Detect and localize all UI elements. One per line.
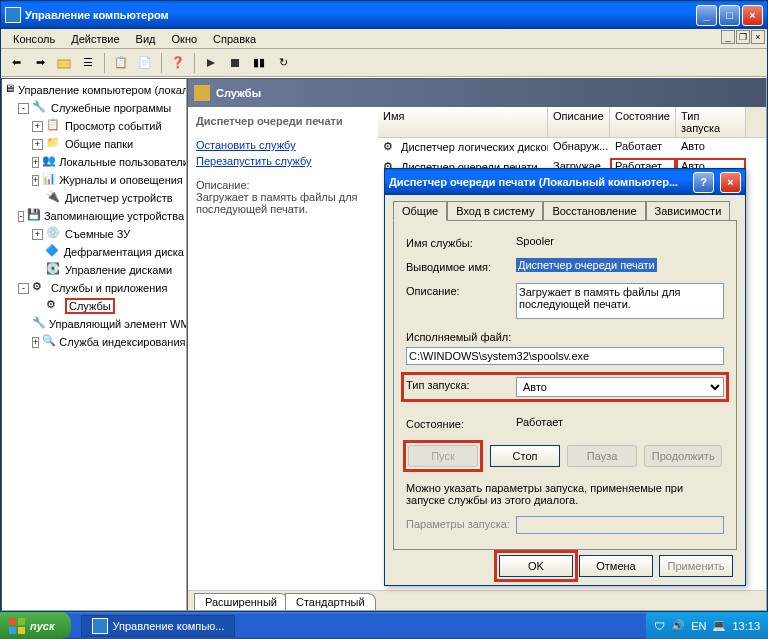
taskbar-item[interactable]: Управление компью... <box>81 615 236 637</box>
desc-textarea[interactable] <box>516 283 724 319</box>
system-tray[interactable]: 🛡 🔊 EN 💻 13:13 <box>646 612 768 639</box>
tree-disk-mgmt[interactable]: 💽Управление дисками <box>4 261 184 279</box>
mdi-minimize-button[interactable]: _ <box>721 30 735 44</box>
forward-button[interactable]: ➡ <box>29 52 51 74</box>
menu-console[interactable]: Консоль <box>5 31 63 47</box>
tree-services-apps[interactable]: -⚙Службы и приложения <box>4 279 184 297</box>
apply-button: Применить <box>659 555 733 577</box>
clock[interactable]: 13:13 <box>732 620 760 632</box>
titlebar[interactable]: Управление компьютером _ □ × <box>1 1 767 29</box>
maximize-button[interactable]: □ <box>719 5 740 26</box>
tab-dependencies[interactable]: Зависимости <box>646 201 731 220</box>
tree-event-viewer[interactable]: +📋Просмотр событий <box>4 117 184 135</box>
tree-defrag[interactable]: 🔷Дефрагментация диска <box>4 243 184 261</box>
minimize-button[interactable]: _ <box>696 5 717 26</box>
tree-storage[interactable]: -💾Запоминающие устройства <box>4 207 184 225</box>
tree-device-mgr[interactable]: 🔌Диспетчер устройств <box>4 189 184 207</box>
help-button[interactable]: ❓ <box>167 52 189 74</box>
svcname-label: Имя службы: <box>406 235 516 249</box>
mdi-close-button[interactable]: × <box>751 30 765 44</box>
tree-shared-folders[interactable]: +📁Общие папки <box>4 135 184 153</box>
params-input <box>516 516 724 534</box>
menubar: Консоль Действие Вид Окно Справка _ ❐ × <box>1 29 767 49</box>
dialog-close-button[interactable]: × <box>720 172 741 193</box>
desc-text: Загружает в память файлы для последующей… <box>196 191 370 215</box>
desc-label: Описание: <box>196 179 370 191</box>
toolbar: ⬅ ➡ ☰ 📋 📄 ❓ ▮▮ ↻ <box>1 49 767 77</box>
tree-local-users[interactable]: +👥Локальные пользователи <box>4 153 184 171</box>
taskbar: пуск Управление компью... 🛡 🔊 EN 💻 13:13 <box>0 612 768 639</box>
up-button[interactable] <box>53 52 75 74</box>
svg-rect-5 <box>9 627 16 634</box>
app-icon <box>92 618 108 634</box>
start-button: Пуск <box>408 445 478 467</box>
export-button[interactable]: 📋 <box>110 52 132 74</box>
stop-link[interactable]: Остановить службу <box>196 139 370 151</box>
gear-icon: ⚙ <box>383 140 399 156</box>
back-button[interactable]: ⬅ <box>5 52 27 74</box>
exe-input[interactable] <box>406 347 724 365</box>
restart-link[interactable]: Перезапустить службу <box>196 155 370 167</box>
app-icon <box>5 7 21 23</box>
col-name[interactable]: Имя <box>378 107 548 137</box>
tab-standard[interactable]: Стандартный <box>285 593 376 610</box>
svcname-value: Spooler <box>516 235 724 247</box>
mdi-restore-button[interactable]: ❐ <box>736 30 750 44</box>
start-button[interactable]: пуск <box>0 612 71 639</box>
tab-recovery[interactable]: Восстановление <box>543 201 645 220</box>
service-title: Диспетчер очереди печати <box>196 115 370 127</box>
starttype-label: Тип запуска: <box>406 377 516 391</box>
dialog-titlebar[interactable]: Диспетчер очереди печати (Локальный комп… <box>385 169 745 195</box>
tab-logon[interactable]: Вход в систему <box>447 201 543 220</box>
svg-rect-3 <box>9 618 16 625</box>
params-label: Параметры запуска: <box>406 516 516 530</box>
dialog-title: Диспетчер очереди печати (Локальный комп… <box>389 176 693 188</box>
dialog-help-button[interactable]: ? <box>693 172 714 193</box>
col-state[interactable]: Состояние <box>610 107 676 137</box>
tree-wmi[interactable]: 🔧Управляющий элемент WM <box>4 315 184 333</box>
tree-indexing[interactable]: +🔍Служба индексирования <box>4 333 184 351</box>
pause-button[interactable]: ▮▮ <box>248 52 270 74</box>
col-starttype[interactable]: Тип запуска <box>676 107 746 137</box>
svg-rect-2 <box>231 59 239 67</box>
play-button[interactable] <box>200 52 222 74</box>
menu-window[interactable]: Окно <box>164 31 206 47</box>
refresh-button[interactable]: 📄 <box>134 52 156 74</box>
tree-system-tools[interactable]: -🔧Служебные программы <box>4 99 184 117</box>
tree-perf-logs[interactable]: +📊Журналы и оповещения пр <box>4 171 184 189</box>
state-value: Работает <box>516 416 724 428</box>
menu-action[interactable]: Действие <box>63 31 127 47</box>
services-header: Службы <box>188 79 766 107</box>
params-note: Можно указать параметры запуска, применя… <box>406 482 724 506</box>
svg-rect-4 <box>18 618 25 625</box>
svg-rect-0 <box>58 60 70 68</box>
properties-dialog: Диспетчер очереди печати (Локальный комп… <box>384 168 746 586</box>
tab-general[interactable]: Общие <box>393 201 447 221</box>
dispname-value: Диспетчер очереди печати <box>516 258 657 272</box>
tree-services[interactable]: ⚙Службы <box>4 297 184 315</box>
tray-icon[interactable]: 🛡 <box>654 620 665 632</box>
tree-panel[interactable]: 🖥Управление компьютером (локал -🔧Служебн… <box>1 78 187 611</box>
exe-label: Исполняемый файл: <box>406 331 724 343</box>
tree-removable[interactable]: +💿Съемные ЗУ <box>4 225 184 243</box>
window-title: Управление компьютером <box>25 9 696 21</box>
ok-button[interactable]: OK <box>499 555 573 577</box>
svg-marker-1 <box>207 59 215 67</box>
tray-icon[interactable]: 🔊 <box>671 619 685 632</box>
restart-button[interactable]: ↻ <box>272 52 294 74</box>
tree-root[interactable]: 🖥Управление компьютером (локал <box>4 81 184 99</box>
props-button[interactable]: ☰ <box>77 52 99 74</box>
stop-button[interactable] <box>224 52 246 74</box>
close-button[interactable]: × <box>742 5 763 26</box>
tab-extended[interactable]: Расширенный <box>194 593 288 610</box>
starttype-select[interactable]: Авто <box>516 377 724 397</box>
col-desc[interactable]: Описание <box>548 107 610 137</box>
lang-indicator[interactable]: EN <box>691 620 706 632</box>
menu-view[interactable]: Вид <box>128 31 164 47</box>
stop-button[interactable]: Стоп <box>490 445 560 467</box>
cancel-button[interactable]: Отмена <box>579 555 653 577</box>
list-row[interactable]: ⚙Диспетчер логических дисков Обнаруж... … <box>378 138 766 158</box>
svg-rect-6 <box>18 627 25 634</box>
tray-icon[interactable]: 💻 <box>712 619 726 632</box>
menu-help[interactable]: Справка <box>205 31 264 47</box>
